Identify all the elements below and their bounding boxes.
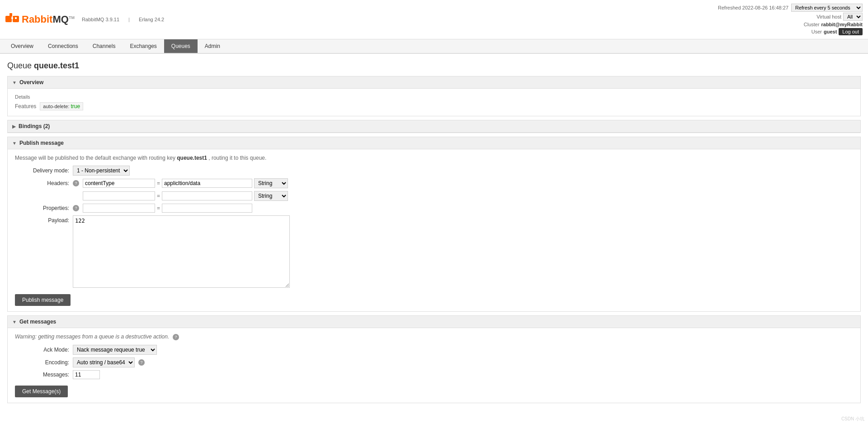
rabbitmq-logo-icon [5, 12, 20, 27]
delivery-mode-label: Delivery mode: [15, 167, 69, 174]
get-messages-section: ▼ Get messages Warning: getting messages… [7, 315, 861, 403]
feature-tag: auto-delete: true [40, 102, 83, 110]
nav-item-channels[interactable]: Channels [85, 39, 123, 53]
warning-help-icon[interactable]: ? [173, 334, 179, 340]
encoding-row: Encoding: Auto string / base64 base64 ? [15, 357, 853, 367]
overview-section-title: Overview [19, 79, 43, 86]
nav-item-queues[interactable]: Queues [164, 39, 198, 53]
publish-section: ▼ Publish message Message will be publis… [7, 137, 861, 312]
bindings-section-title: Bindings (2) [19, 123, 50, 129]
messages-label: Messages: [15, 372, 69, 378]
vhost-select[interactable]: All / [843, 13, 863, 21]
ack-mode-label: Ack Mode: [15, 347, 69, 353]
overview-section-header[interactable]: ▼ Overview [8, 76, 860, 89]
features-row: Features auto-delete: true [15, 102, 853, 110]
headers-help-icon[interactable]: ? [73, 180, 79, 186]
publish-section-header[interactable]: ▼ Publish message [8, 137, 860, 149]
header: RabbitMQTM RabbitMQ 3.9.11 | Erlang 24.2… [0, 0, 868, 39]
header-key-1[interactable] [83, 179, 155, 188]
ack-mode-select[interactable]: Nack message requeue true Nack message r… [73, 345, 157, 355]
header-type-1[interactable]: String Number Boolean [254, 178, 288, 188]
navigation: Overview Connections Channels Exchanges … [0, 39, 868, 54]
payload-textarea[interactable]: 122 [73, 215, 290, 288]
publish-section-title: Publish message [19, 140, 64, 146]
delivery-mode-select[interactable]: 1 - Non-persistent 2 - Persistent [73, 166, 130, 176]
header-value-1[interactable] [162, 179, 252, 188]
payload-label: Payload: [15, 215, 69, 224]
user-name: guest [824, 29, 837, 34]
get-messages-section-header[interactable]: ▼ Get messages [8, 316, 860, 328]
properties-row: Properties: ? = [15, 204, 853, 213]
logo-area: RabbitMQTM RabbitMQ 3.9.11 | Erlang 24.2 [5, 12, 164, 27]
nav-item-exchanges[interactable]: Exchanges [123, 39, 164, 53]
headers-inputs-2: = String Number Boolean [83, 191, 288, 201]
logout-button[interactable]: Log out [839, 28, 863, 35]
svg-rect-3 [11, 17, 13, 19]
get-messages-section-title: Get messages [19, 319, 56, 325]
delivery-mode-row: Delivery mode: 1 - Non-persistent 2 - Pe… [15, 166, 853, 176]
user-label: User [811, 29, 822, 34]
properties-help-icon[interactable]: ? [73, 205, 79, 211]
headers-row-1: Headers: ? = String Number Boolean [15, 178, 853, 188]
nav-item-connections[interactable]: Connections [41, 39, 85, 53]
encoding-select[interactable]: Auto string / base64 base64 [73, 357, 135, 367]
nav-item-admin[interactable]: Admin [198, 39, 227, 53]
overview-arrow-icon: ▼ [12, 80, 17, 85]
get-messages-section-content: Warning: getting messages from a queue i… [8, 328, 860, 403]
refresh-select[interactable]: Refresh every 5 seconds Refresh every 10… [791, 4, 863, 12]
main-content: Queue queue.test1 ▼ Overview Details Fea… [0, 54, 868, 414]
cluster-label: Cluster [804, 22, 820, 27]
property-value[interactable] [162, 204, 252, 213]
properties-inputs: = [83, 204, 252, 213]
messages-input[interactable] [73, 370, 100, 379]
cluster-name: rabbit@myRabbit [821, 22, 863, 27]
erlang-version: Erlang 24.2 [139, 17, 164, 22]
page-title: Queue queue.test1 [7, 61, 861, 71]
publish-section-content: Message will be published to the default… [8, 149, 860, 311]
bindings-arrow-icon: ▶ [12, 124, 16, 129]
svg-rect-1 [9, 13, 12, 16]
get-messages-arrow-icon: ▼ [12, 319, 17, 324]
overview-section: ▼ Overview Details Features auto-delete:… [7, 76, 861, 116]
vhost-row: Virtual host All / [816, 13, 863, 21]
headers-inputs-1: = String Number Boolean [83, 178, 288, 188]
headers-label: Headers: [15, 180, 69, 186]
properties-label: Properties: [15, 205, 69, 211]
headers-row-2: = String Number Boolean [15, 191, 853, 201]
logo: RabbitMQTM [5, 12, 75, 27]
refresh-row: Refreshed 2022-08-26 16:48:27 Refresh ev… [718, 4, 863, 12]
header-key-2[interactable] [83, 191, 155, 200]
encoding-help-icon[interactable]: ? [138, 359, 145, 366]
cluster-row: Cluster rabbit@myRabbit [804, 22, 863, 27]
rabbitmq-version: RabbitMQ 3.9.11 [82, 17, 119, 22]
user-row: User guest Log out [811, 28, 863, 35]
feature-value: true [71, 103, 80, 110]
header-type-2[interactable]: String Number Boolean [254, 191, 288, 201]
svg-rect-0 [5, 16, 12, 22]
warning-text: Warning: getting messages from a queue i… [15, 333, 853, 340]
refreshed-label: Refreshed 2022-08-26 16:48:27 [718, 5, 788, 10]
header-value-2[interactable] [162, 191, 252, 200]
encoding-label: Encoding: [15, 359, 69, 366]
payload-row: Payload: 122 [15, 215, 853, 288]
nav-item-overview[interactable]: Overview [4, 39, 41, 53]
bindings-section-header[interactable]: ▶ Bindings (2) [8, 120, 860, 133]
routing-key: queue.test1 [177, 155, 207, 161]
publish-arrow-icon: ▼ [12, 141, 17, 146]
details-label: Details [15, 94, 853, 100]
logo-text: RabbitMQTM [22, 14, 75, 25]
property-key[interactable] [83, 204, 155, 213]
svg-rect-4 [15, 17, 17, 19]
ack-mode-row: Ack Mode: Nack message requeue true Nack… [15, 345, 853, 355]
top-right: Refreshed 2022-08-26 16:48:27 Refresh ev… [718, 4, 863, 35]
messages-row: Messages: [15, 370, 853, 379]
publish-message-button[interactable]: Publish message [15, 294, 71, 306]
get-messages-button[interactable]: Get Message(s) [15, 386, 68, 397]
logo-tm: TM [69, 15, 75, 20]
bindings-section: ▶ Bindings (2) [7, 120, 861, 133]
features-label: Features [15, 103, 36, 110]
publish-info-text: Message will be published to the default… [15, 155, 853, 161]
vhost-label: Virtual host [816, 14, 841, 19]
overview-section-content: Details Features auto-delete: true [8, 89, 860, 116]
